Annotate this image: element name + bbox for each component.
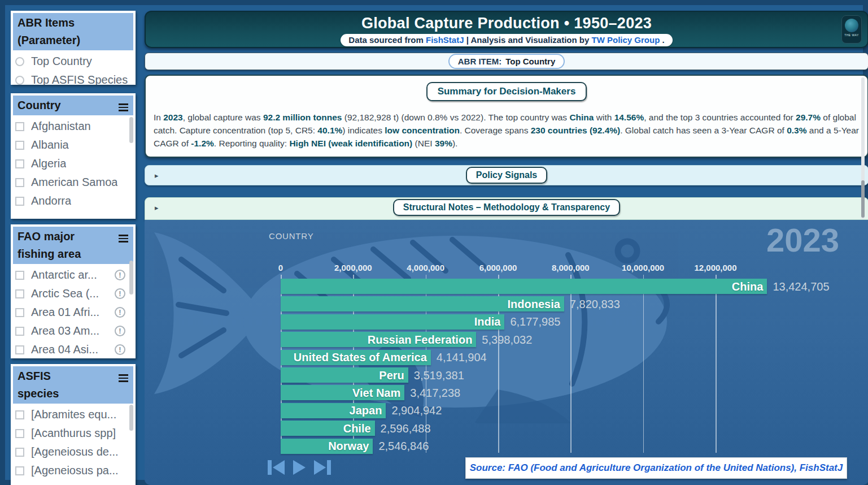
chart-bar[interactable]: Chile [281, 421, 375, 436]
checkbox-icon[interactable] [15, 345, 24, 354]
bar-category-label: Indonesia [507, 297, 560, 310]
checkbox-option[interactable]: Algeria [15, 154, 132, 173]
dashboard-page: ABR Items (Parameter)Top CountryTop ASFI… [0, 0, 868, 485]
checkbox-option[interactable]: American Samoa [15, 173, 132, 192]
skip-start-button[interactable] [267, 459, 286, 476]
warning-icon[interactable]: ! [115, 270, 125, 280]
panel-title: Country [18, 99, 61, 111]
filter-menu-icon[interactable] [119, 373, 128, 384]
bar-value-label: 3,519,381 [414, 369, 464, 382]
filter-panel-country: CountryAfghanistanAlbaniaAlgeriaAmerican… [11, 93, 136, 219]
chart-bar[interactable]: Viet Nam [281, 385, 404, 400]
year-badge: 2023 [766, 221, 839, 259]
policy-signals-heading[interactable]: Policy Signals [466, 167, 547, 184]
scrollbar-thumb[interactable] [129, 405, 133, 431]
axis-tick-label: 10,000,000 [622, 263, 664, 272]
checkbox-icon[interactable] [15, 466, 24, 475]
axis-tick-label: 12,000,000 [694, 263, 736, 272]
checkbox-option[interactable]: Andorra [15, 192, 132, 210]
option-label: [Ageneiosus pa... [31, 464, 119, 477]
filter-menu-icon[interactable] [119, 102, 128, 113]
checkbox-option[interactable]: Albania [15, 136, 132, 154]
option-label: Andorra [31, 194, 71, 207]
summary-highlight: 29.7% [796, 112, 821, 122]
checkbox-option[interactable]: Area 04 Asi...! [15, 340, 132, 358]
checkbox-option[interactable]: [Acanthurus spp] [15, 424, 132, 443]
gridline [716, 275, 717, 453]
summary-fragment: In [154, 112, 163, 122]
play-button[interactable] [292, 459, 307, 476]
checkbox-icon[interactable] [15, 122, 24, 131]
chart-bar[interactable]: Japan [281, 403, 386, 418]
source-note-box: Source: FAO (Food and Agriculture Organi… [465, 457, 847, 479]
option-label: Algeria [31, 157, 66, 170]
structural-notes-heading[interactable]: Structural Notes – Methodology & Transpa… [393, 199, 620, 216]
dashboard-canvas: ABR Items (Parameter)Top CountryTop ASFI… [5, 5, 863, 480]
checkbox-option[interactable]: Arctic Sea (...! [15, 284, 132, 303]
panel-header: ABR Items (Parameter) [13, 13, 133, 50]
expand-arrow-icon[interactable]: ▸ [155, 203, 159, 212]
link[interactable]: TW Policy Group [591, 35, 660, 45]
checkbox-option[interactable]: [Abramites equ... [15, 405, 132, 424]
chart-bar[interactable]: United States of America [281, 350, 431, 365]
chart-bar[interactable]: Norway [281, 439, 373, 454]
warning-icon[interactable]: ! [115, 326, 125, 336]
filter-option-list: Antarctic ar...!Arctic Sea (...!Area 01 … [13, 264, 133, 358]
checkbox-icon[interactable] [15, 197, 24, 206]
warning-icon[interactable]: ! [115, 344, 125, 355]
bar-value-label: 3,417,238 [410, 386, 460, 399]
checkbox-icon[interactable] [15, 308, 24, 317]
option-label: Albania [31, 138, 69, 151]
skip-end-button[interactable] [313, 459, 332, 476]
notes-scrollbar-thumb[interactable] [861, 180, 865, 218]
checkbox-icon[interactable] [15, 141, 24, 150]
checkbox-option[interactable]: Area 01 Afri...! [15, 303, 132, 322]
expand-arrow-icon[interactable]: ▸ [155, 171, 159, 180]
summary-highlight: 92.2 million tonnes [263, 112, 342, 122]
abr-item-pill: ABR ITEM: Top Country [448, 54, 565, 69]
checkbox-option[interactable]: Antarctic ar...! [15, 266, 132, 284]
panel-header: FAO major fishing area [13, 227, 133, 264]
subtitle-pill: Data sourced from FishStatJ | Analysis a… [341, 34, 672, 46]
chart-bar[interactable]: Peru [281, 367, 408, 383]
radio-option[interactable]: Top Country [15, 52, 132, 71]
checkbox-icon[interactable] [15, 289, 24, 298]
structural-notes-section[interactable]: ▸ Structural Notes – Methodology & Trans… [145, 197, 868, 220]
radio-option[interactable]: Top ASFIS Species [15, 71, 132, 85]
checkbox-option[interactable]: [Ageneiosus pa... [15, 461, 132, 480]
chart-bar[interactable]: India [281, 314, 504, 330]
checkbox-icon[interactable] [15, 327, 24, 336]
summary-highlight: 230 countries (92.4%) [531, 125, 621, 135]
chart-bar[interactable]: China [281, 279, 767, 294]
axis-tick-label: 0 [278, 263, 283, 272]
filter-option-list: Top CountryTop ASFIS Species [13, 50, 133, 85]
scrollbar-thumb[interactable] [129, 261, 133, 295]
checkbox-icon[interactable] [15, 159, 24, 168]
checkbox-option[interactable]: Area 03 Am...! [15, 322, 132, 340]
checkbox-icon[interactable] [15, 178, 24, 187]
checkbox-icon[interactable] [15, 429, 24, 438]
report-header: Global Capture Production • 1950–2023 Da… [145, 11, 868, 48]
option-label: Area 03 Am... [31, 324, 99, 337]
policy-signals-section[interactable]: ▸ Policy Signals [145, 165, 868, 185]
option-label: Afghanistan [31, 120, 91, 133]
summary-fragment: . Coverage spans [460, 125, 531, 135]
checkbox-icon[interactable] [15, 448, 24, 457]
checkbox-option[interactable]: Afghanistan [15, 117, 132, 136]
link[interactable]: FishStatJ [426, 35, 464, 45]
checkbox-icon[interactable] [15, 271, 24, 280]
warning-icon[interactable]: ! [115, 307, 125, 318]
checkbox-option[interactable]: [Ageneiosus de... [15, 443, 132, 461]
filter-menu-icon[interactable] [119, 233, 128, 244]
gridline [643, 275, 644, 453]
panel-title: FAO major fishing area [18, 230, 81, 260]
radio-icon[interactable] [15, 57, 24, 66]
chart-bar[interactable]: Russian Federation [281, 332, 476, 347]
radio-icon[interactable] [15, 76, 24, 85]
option-label: [Ageneiosus de... [31, 445, 119, 458]
playback-controls [267, 459, 332, 476]
checkbox-icon[interactable] [15, 410, 24, 419]
scrollbar-thumb[interactable] [129, 117, 133, 143]
chart-bar[interactable]: Indonesia [281, 296, 564, 311]
warning-icon[interactable]: ! [115, 288, 125, 299]
